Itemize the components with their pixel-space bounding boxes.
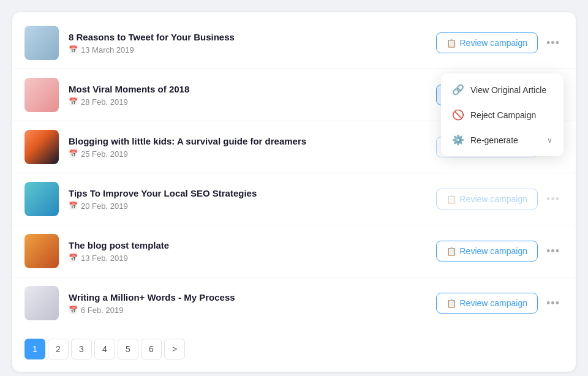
campaign-title: Blogging with little kids: A survival gu… bbox=[69, 136, 436, 146]
dropdown-reject[interactable]: 🚫 Reject Campaign bbox=[441, 102, 564, 127]
campaign-info: Writing a Million+ Words - My Process📅6 … bbox=[69, 292, 436, 315]
campaign-date-text: 6 Feb. 2019 bbox=[81, 306, 123, 315]
reject-icon: 🚫 bbox=[452, 109, 464, 121]
calendar-icon: 📅 bbox=[69, 149, 78, 158]
chevron-down-icon: ∨ bbox=[547, 136, 552, 145]
dropdown-menu: 🔗 View Original Article 🚫 Reject Campaig… bbox=[441, 73, 564, 156]
campaign-row: 8 Reasons to Tweet for Your Business📅13 … bbox=[12, 17, 576, 69]
dropdown-view-original[interactable]: 🔗 View Original Article bbox=[441, 77, 564, 102]
campaign-thumbnail bbox=[24, 130, 59, 164]
campaign-info: 8 Reasons to Tweet for Your Business📅13 … bbox=[69, 32, 436, 55]
campaign-title: 8 Reasons to Tweet for Your Business bbox=[69, 32, 436, 42]
clipboard-icon: 📋 bbox=[447, 247, 456, 256]
campaign-date-text: 28 Feb. 2019 bbox=[81, 97, 128, 107]
campaign-info: Blogging with little kids: A survival gu… bbox=[69, 136, 436, 159]
campaign-thumbnail bbox=[24, 78, 59, 112]
page-button-6[interactable]: 6 bbox=[141, 339, 162, 359]
campaign-info: The blog post template📅13 Feb. 2019 bbox=[69, 240, 436, 263]
clipboard-icon: 📋 bbox=[447, 39, 456, 48]
link-icon: 🔗 bbox=[452, 84, 464, 96]
review-campaign-button[interactable]: 📋Review campaign bbox=[436, 189, 538, 209]
calendar-icon: 📅 bbox=[69, 254, 78, 262]
more-options-button[interactable]: ••• bbox=[543, 241, 564, 261]
pagination-next-button[interactable]: > bbox=[164, 339, 185, 359]
campaign-title: The blog post template bbox=[69, 240, 436, 250]
campaign-list: 8 Reasons to Tweet for Your Business📅13 … bbox=[12, 17, 576, 329]
campaign-title: Tips To Improve Your Local SEO Strategie… bbox=[69, 188, 436, 198]
dropdown-regenerate[interactable]: ⚙️ Re-generate ∨ bbox=[441, 127, 564, 152]
campaign-date: 📅25 Feb. 2019 bbox=[69, 149, 436, 159]
campaign-row: Tips To Improve Your Local SEO Strategie… bbox=[12, 173, 576, 225]
more-options-button[interactable]: ••• bbox=[543, 32, 564, 53]
more-options-button[interactable]: ••• bbox=[543, 189, 564, 209]
dropdown-view-original-label: View Original Article bbox=[470, 85, 546, 95]
campaign-date-text: 13 Feb. 2019 bbox=[81, 254, 128, 263]
review-campaign-button[interactable]: 📋Review campaign bbox=[436, 293, 538, 314]
campaign-title: Writing a Million+ Words - My Process bbox=[69, 292, 436, 303]
campaigns-container: 8 Reasons to Tweet for Your Business📅13 … bbox=[12, 12, 576, 372]
pagination: 123456> bbox=[12, 329, 576, 362]
campaign-row: The blog post template📅13 Feb. 2019📋Revi… bbox=[12, 225, 576, 277]
campaign-thumbnail bbox=[24, 182, 59, 216]
campaign-actions: 📋Review campaign••• bbox=[436, 32, 564, 53]
campaign-date: 📅13 March 2019 bbox=[69, 45, 436, 55]
campaign-date: 📅13 Feb. 2019 bbox=[69, 254, 436, 263]
campaign-actions: 📋Review campaign••• bbox=[436, 189, 564, 209]
calendar-icon: 📅 bbox=[69, 45, 78, 54]
calendar-icon: 📅 bbox=[69, 306, 78, 314]
clipboard-icon: 📋 bbox=[447, 299, 456, 308]
campaign-thumbnail bbox=[24, 26, 59, 60]
campaign-date: 📅28 Feb. 2019 bbox=[69, 97, 436, 107]
page-button-2[interactable]: 2 bbox=[48, 339, 69, 359]
page-button-1[interactable]: 1 bbox=[24, 339, 45, 359]
dropdown-reject-label: Reject Campaign bbox=[470, 110, 536, 120]
regenerate-icon: ⚙️ bbox=[452, 134, 464, 146]
campaign-actions: 📋Review campaign••• bbox=[436, 241, 564, 261]
campaign-info: Most Viral Moments of 2018📅28 Feb. 2019 bbox=[69, 84, 436, 107]
clipboard-icon: 📋 bbox=[447, 195, 456, 204]
review-campaign-button[interactable]: 📋Review campaign bbox=[436, 241, 538, 261]
campaign-row: Writing a Million+ Words - My Process📅6 … bbox=[12, 277, 576, 329]
campaign-thumbnail bbox=[24, 286, 59, 320]
campaign-date: 📅20 Feb. 2019 bbox=[69, 201, 436, 211]
campaign-date: 📅6 Feb. 2019 bbox=[69, 306, 436, 315]
review-campaign-button[interactable]: 📋Review campaign bbox=[436, 32, 538, 53]
calendar-icon: 📅 bbox=[69, 97, 78, 106]
campaign-thumbnail bbox=[24, 234, 59, 268]
campaign-actions: 📋Review campaign••• bbox=[436, 293, 564, 314]
campaign-info: Tips To Improve Your Local SEO Strategie… bbox=[69, 188, 436, 211]
more-options-button[interactable]: ••• bbox=[543, 293, 564, 314]
campaign-date-text: 20 Feb. 2019 bbox=[81, 201, 128, 211]
calendar-icon: 📅 bbox=[69, 201, 78, 210]
campaign-date-text: 25 Feb. 2019 bbox=[81, 149, 128, 159]
page-button-4[interactable]: 4 bbox=[94, 339, 115, 359]
page-button-5[interactable]: 5 bbox=[118, 339, 138, 359]
campaign-date-text: 13 March 2019 bbox=[81, 45, 134, 55]
campaign-title: Most Viral Moments of 2018 bbox=[69, 84, 436, 94]
dropdown-regenerate-label: Re-generate bbox=[470, 135, 518, 145]
page-button-3[interactable]: 3 bbox=[71, 339, 92, 359]
